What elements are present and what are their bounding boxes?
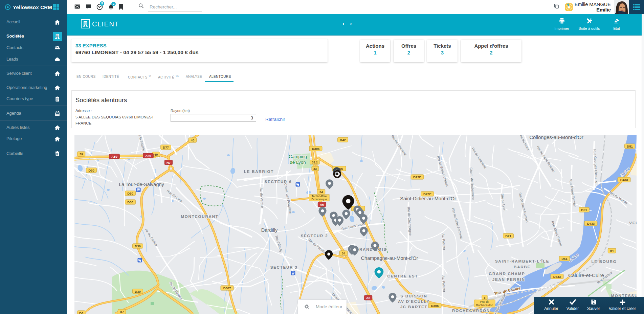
svg-text:D6: D6 [79, 311, 83, 314]
svg-text:D51: D51 [627, 144, 633, 148]
svg-text:La Tour-de-Salvagny: La Tour-de-Salvagny [119, 182, 164, 187]
svg-text:Prte de: Prte de [480, 300, 489, 304]
svg-text:de Lyon: de Lyon [290, 160, 306, 165]
svg-text:40: 40 [191, 138, 195, 142]
svg-text:GRAND BOIS: GRAND BOIS [356, 247, 386, 251]
svg-text:N7: N7 [166, 161, 171, 164]
svg-text:SECTEUR 3: SECTEUR 3 [270, 265, 298, 269]
svg-text:GRAND CHAMP: GRAND CHAMP [489, 272, 525, 276]
svg-text:D42: D42 [340, 138, 346, 142]
svg-text:A6: A6 [320, 203, 324, 206]
svg-text:A89: A89 [111, 155, 117, 158]
svg-text:LE BOURG: LE BOURG [591, 260, 617, 264]
svg-text:A6: A6 [366, 296, 370, 300]
svg-text:D51: D51 [581, 208, 587, 212]
svg-text:D51: D51 [561, 257, 568, 261]
svg-text:LE BARRIOT: LE BARRIOT [244, 170, 274, 174]
svg-text:D30: D30 [127, 192, 133, 195]
svg-text:D433: D433 [587, 222, 595, 225]
svg-text:CENTRE EST: CENTRE EST [387, 274, 418, 278]
svg-text:D433: D433 [553, 275, 561, 278]
svg-text:SECTEUR 2: SECTEUR 2 [301, 234, 328, 238]
svg-text:D306: D306 [312, 147, 320, 151]
svg-text:MONTCOURANT: MONTCOURANT [181, 215, 218, 219]
svg-text:D7: D7 [120, 310, 124, 314]
svg-text:D30: D30 [135, 290, 140, 293]
svg-text:A89: A89 [145, 154, 151, 158]
svg-text:33.2: 33.2 [312, 161, 317, 164]
svg-text:- JEAN PERRIN: - JEAN PERRIN [489, 277, 525, 282]
svg-text:34: 34 [342, 251, 346, 255]
svg-text:Dardilly: Dardilly [261, 227, 278, 233]
svg-text:Camping: Camping [289, 154, 307, 159]
svg-text:D21: D21 [505, 234, 511, 238]
svg-text:D30: D30 [127, 200, 133, 204]
svg-text:Collonges-au-Mont-d'Or: Collonges-au-Mont-d'Or [529, 135, 583, 140]
svg-text:ROCHECARDON: ROCHECARDON [452, 309, 490, 313]
svg-text:BARBE: BARBE [514, 265, 531, 269]
svg-text:D77: D77 [163, 145, 169, 149]
svg-text:Saint-Didier-au-Mont-d'Or: Saint-Didier-au-Mont-d'Or [400, 196, 456, 201]
svg-text:D433: D433 [620, 178, 628, 182]
svg-text:AV D'ECULLY: AV D'ECULLY [398, 299, 430, 304]
svg-text:SECTEUR 6: SECTEUR 6 [265, 180, 292, 184]
svg-text:39: 39 [80, 152, 83, 156]
svg-text:40: 40 [154, 153, 158, 156]
svg-text:D73E: D73E [413, 175, 421, 179]
svg-text:D30: D30 [135, 244, 140, 248]
svg-text:33: 33 [313, 167, 317, 171]
svg-text:D30: D30 [88, 169, 94, 172]
svg-text:34: 34 [319, 190, 323, 194]
svg-text:D1: D1 [610, 249, 614, 253]
svg-text:Economique: Economique [311, 198, 327, 201]
svg-text:3: 3 [484, 296, 485, 299]
svg-text:Rochecardon: Rochecardon [476, 304, 493, 307]
svg-text:JC BARTET: JC BARTET [400, 305, 428, 309]
svg-text:Champagne-au-Mont-d'Or: Champagne-au-Mont-d'Or [361, 255, 418, 261]
svg-text:D307: D307 [223, 286, 231, 290]
svg-text:SAINT-RAMBERT-L'ÎLE: SAINT-RAMBERT-L'ÎLE [495, 259, 549, 263]
svg-text:Caluire-et-Cuire: Caluire-et-Cuire [568, 272, 604, 278]
svg-text:S BUISSON: S BUISSON [400, 294, 427, 298]
svg-text:D73E: D73E [423, 192, 431, 196]
svg-text:D306: D306 [431, 304, 439, 308]
svg-text:VERNAY: VERNAY [629, 221, 637, 225]
